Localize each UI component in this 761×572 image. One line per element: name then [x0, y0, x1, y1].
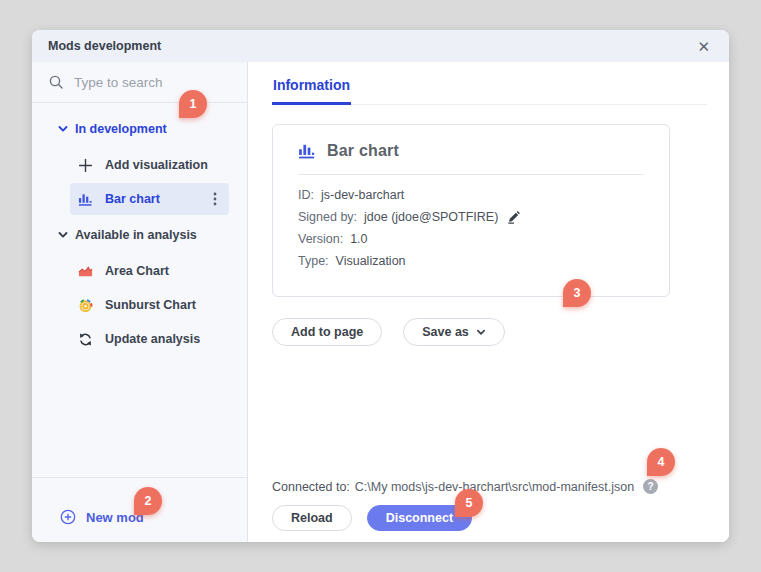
area-chart-icon: [78, 264, 93, 279]
chevron-down-icon: [58, 230, 68, 240]
search-box: [32, 62, 247, 103]
tree-item-sunburst-chart[interactable]: Sunburst Chart: [70, 289, 229, 321]
item-label: Sunburst Chart: [105, 298, 196, 312]
search-icon: [48, 74, 64, 90]
tree-item-update-analysis[interactable]: Update analysis: [70, 323, 229, 355]
window-title: Mods development: [48, 39, 161, 53]
plus-icon: [78, 158, 93, 173]
group-label: Available in analysis: [75, 228, 197, 242]
group-label: In development: [75, 122, 167, 136]
field-value: jdoe (jdoe@SPOTFIRE): [364, 210, 498, 224]
field-label: ID:: [298, 188, 314, 202]
tab-information[interactable]: Information: [272, 77, 351, 105]
tree-group-in-development[interactable]: In development: [32, 111, 247, 147]
field-value: Visualization: [336, 254, 406, 268]
field-label: Type:: [298, 254, 329, 268]
callout-badge-5: 5: [455, 489, 483, 517]
item-label: Update analysis: [105, 332, 200, 346]
titlebar: Mods development ✕: [32, 30, 729, 62]
tree-item-bar-chart[interactable]: Bar chart: [70, 183, 229, 215]
callout-badge-2: 2: [134, 487, 162, 515]
callout-badge-1: 1: [179, 90, 207, 118]
bar-chart-icon: [78, 192, 93, 207]
card-title: Bar chart: [327, 142, 399, 160]
help-icon[interactable]: ?: [643, 479, 658, 494]
item-label: Add visualization: [105, 158, 208, 172]
field-label: Version:: [298, 232, 343, 246]
card-fields: ID: js-dev-barchart Signed by: jdoe (jdo…: [273, 175, 669, 268]
connected-status: Connected to: C:\My mods\js-dev-barchart…: [272, 479, 707, 494]
item-label: Area Chart: [105, 264, 169, 278]
mods-development-dialog: Mods development ✕ In deve: [32, 30, 729, 542]
chevron-down-icon: [58, 124, 68, 134]
tab-bar: Information: [272, 62, 707, 105]
field-row-signed-by: Signed by: jdoe (jdoe@SPOTFIRE): [298, 210, 644, 224]
mod-tree: In development Add visualization: [32, 103, 247, 477]
tree-item-add-visualization[interactable]: Add visualization: [70, 149, 229, 181]
field-label: Signed by:: [298, 210, 357, 224]
field-row-id: ID: js-dev-barchart: [298, 188, 644, 202]
tree-item-area-chart[interactable]: Area Chart: [70, 255, 229, 287]
plus-circle-icon: [60, 509, 76, 525]
callout-badge-4: 4: [647, 448, 675, 476]
tree-group-available-in-analysis[interactable]: Available in analysis: [32, 217, 247, 253]
field-row-version: Version: 1.0: [298, 232, 644, 246]
reload-button[interactable]: Reload: [272, 505, 352, 531]
field-value: 1.0: [350, 232, 367, 246]
edit-pencil-icon[interactable]: [507, 210, 521, 224]
search-input[interactable]: [74, 75, 224, 90]
sunburst-chart-icon: [78, 298, 93, 313]
close-icon[interactable]: ✕: [694, 37, 713, 56]
mod-info-card: Bar chart ID: js-dev-barchart Signed by:…: [272, 124, 670, 297]
field-row-type: Type: Visualization: [298, 254, 644, 268]
connected-label: Connected to:: [272, 480, 350, 494]
bar-chart-icon: [298, 142, 316, 160]
save-as-label: Save as: [422, 325, 469, 339]
field-value: js-dev-barchart: [321, 188, 404, 202]
kebab-menu-icon[interactable]: [209, 190, 221, 208]
chevron-down-icon: [476, 328, 486, 337]
sync-icon: [78, 332, 93, 347]
connected-path: C:\My mods\js-dev-barchart\src\mod-manif…: [355, 480, 634, 494]
add-to-page-button[interactable]: Add to page: [272, 318, 382, 346]
card-actions: Add to page Save as: [272, 318, 707, 346]
sidebar: In development Add visualization: [32, 62, 248, 542]
item-label: Bar chart: [105, 192, 197, 206]
save-as-button[interactable]: Save as: [403, 318, 505, 346]
callout-badge-3: 3: [563, 279, 591, 307]
footer-buttons: Reload Disconnect: [272, 505, 707, 531]
card-header: Bar chart: [273, 125, 669, 160]
